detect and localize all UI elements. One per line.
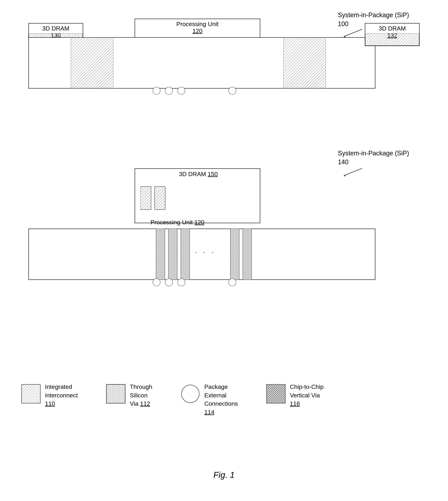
dram150-vias [140,183,172,215]
page: System-in-Package (SiP) 100 3D DRAM 130 … [0,0,448,501]
dram132-box: 3D DRAM 132 [365,23,420,46]
legend-item-ccvv: Chip-to-Chip Vertical Via 116 [266,383,324,408]
figure-caption: Fig. 1 [0,470,448,480]
solder-ball-d2-2 [165,279,173,286]
solder-ball-3 [177,87,185,95]
sip140-arrow [343,167,364,177]
legend-item-interconnect: Integrated interconnect 110 [21,383,78,408]
svg-rect-11 [365,33,419,46]
tsv-d2-col-2 [168,229,177,280]
pec-icon [181,384,200,403]
svg-rect-15 [140,186,151,210]
solder-ball-d2-3 [177,279,185,286]
solder-ball-d2-4 [228,279,236,286]
tsv-d2-col-1 [156,229,165,280]
interconnect-icon [21,384,41,403]
solder-ball-d2-1 [153,279,160,286]
svg-point-22 [181,385,199,403]
svg-line-12 [344,168,362,175]
tsv-ellipsis-diag2: . . . [195,246,216,255]
svg-rect-16 [155,186,165,210]
sip140-label: System-in-Package (SiP) 140 [338,149,409,167]
tsv-d2-col-5 [243,229,252,280]
pec-label: Package External Connections 114 [204,383,238,416]
sip100-title: System-in-Package (SiP) [338,11,409,19]
diag1-hatch-right [283,37,326,89]
svg-rect-8 [283,37,326,89]
svg-rect-5 [71,37,113,89]
svg-rect-28 [267,384,285,403]
solder-ball-2 [165,87,173,95]
tsv-label: Through Silicon Via 112 [130,383,152,408]
diag1-hatch-left [71,37,113,89]
interconnect-label: Integrated interconnect 110 [45,383,78,408]
sip140-title: System-in-Package (SiP) [338,149,409,158]
pu120-label-diag2: Processing Unit 120 [150,219,204,226]
solder-ball-4 [228,87,236,95]
svg-rect-21 [106,384,125,403]
svg-marker-13 [344,174,346,176]
dram150-box: 3D DRAM 150 [135,168,260,223]
dram150-label: 3D DRAM 150 [135,169,260,178]
solder-ball-1 [153,87,160,95]
tsv-icon [106,384,126,403]
svg-rect-18 [22,384,40,403]
sip100-arrow [343,27,364,38]
ccvv-icon [266,384,286,403]
legend: Integrated interconnect 110 Through Sili… [21,383,324,416]
pu120-label: Processing Unit 120 [176,20,219,34]
legend-item-pec: Package External Connections 114 [181,383,238,416]
legend-item-tsv: Through Silicon Via 112 [106,383,152,408]
ccvv-label: Chip-to-Chip Vertical Via 116 [290,383,324,408]
dram132-hatch [365,33,419,46]
svg-line-0 [344,29,362,36]
tsv-d2-col-4 [230,229,240,280]
tsv-d2-col-3 [181,229,190,280]
sip140-ref: 140 [338,158,409,167]
